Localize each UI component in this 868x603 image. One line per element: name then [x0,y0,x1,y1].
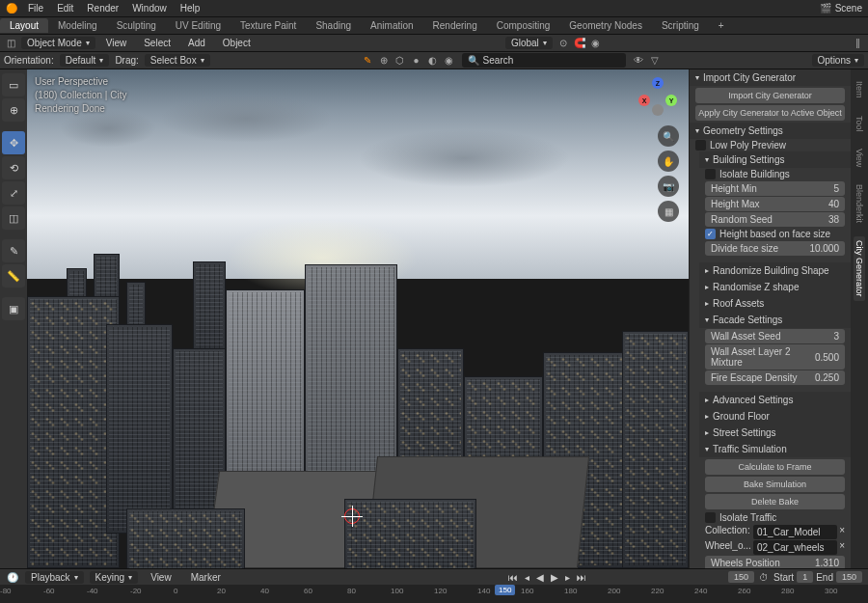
orientation-value-dropdown[interactable]: Default [60,54,110,67]
ground-floor-header[interactable]: Ground Floor [699,408,851,425]
gizmo-neg[interactable] [652,104,664,116]
timeline-editor-icon[interactable]: 🕐 [6,570,19,584]
zoom-icon[interactable]: 🔍 [658,125,679,147]
side-tab-city-generator[interactable]: City Generator [854,236,865,301]
advanced-header[interactable]: Advanced Settings [699,392,851,408]
tab-texture-paint[interactable]: Texture Paint [231,18,306,33]
isolate-traffic-checkbox[interactable] [705,512,716,523]
pause-icon[interactable]: ‖ [851,37,864,50]
timeline-view-menu[interactable]: View [144,570,178,585]
keying-dropdown[interactable]: Keying [90,571,139,584]
jump-end-icon[interactable]: ⏭ [574,572,589,583]
visibility-icon[interactable]: 👁 [632,54,645,68]
select-box-tool[interactable]: ▭ [2,73,25,96]
move-tool[interactable]: ✥ [2,131,25,154]
import-btn[interactable]: Import City Generator [695,88,845,103]
tab-shading[interactable]: Shading [306,18,361,33]
mode-dropdown[interactable]: Object Mode [21,37,95,49]
wall-mix-slider[interactable]: Wall Asset Layer 2 Mixture0.500 [705,344,845,370]
gizmo-y[interactable]: Y [665,95,677,106]
view-menu[interactable]: View [99,36,134,50]
overlay-icon[interactable]: ✎ [361,54,374,68]
keyframe-next-icon[interactable]: ▸ [562,572,573,583]
start-frame-input[interactable]: 1 [797,571,813,583]
tab-layout[interactable]: Layout [0,18,48,33]
editor-type-icon[interactable]: ◫ [4,37,17,50]
shading-material-icon[interactable]: ◐ [426,54,440,68]
transform-tool[interactable]: ◫ [2,206,25,230]
drag-dropdown[interactable]: Select Box [145,54,210,67]
pan-icon[interactable]: ✋ [658,151,679,172]
jump-start-icon[interactable]: ⏮ [505,572,521,583]
timeline-marker-menu[interactable]: Marker [184,570,228,585]
building-panel-header[interactable]: Building Settings [699,151,851,168]
fire-escape-slider[interactable]: Fire Escape Density0.250 [705,370,845,385]
cursor-tool[interactable]: ⊕ [2,98,25,122]
gizmo-x[interactable]: X [638,95,650,106]
rotate-tool[interactable]: ⟲ [2,156,25,179]
gizmo-toggle-icon[interactable]: ⊕ [377,54,391,68]
n-panel[interactable]: Import City Generator Import City Genera… [689,69,851,568]
wheel-field[interactable]: Wheel_o...02_Car_wheels× [705,540,845,555]
menu-render[interactable]: Render [80,1,125,15]
tab-compositing[interactable]: Compositing [487,18,560,33]
navigation-gizmo[interactable]: Z X Y [638,77,677,116]
height-min-slider[interactable]: Height Min5 [705,181,845,196]
wheels-pos-slider[interactable]: Wheels Position1.310 [705,556,845,568]
measure-tool[interactable]: 📏 [2,264,25,288]
scene-label[interactable]: Scene [835,3,862,14]
annotate-tool[interactable]: ✎ [2,239,25,262]
gizmo-z[interactable]: Z [652,77,664,89]
camera-icon[interactable]: 📷 [658,176,679,197]
menu-help[interactable]: Help [174,1,207,15]
menu-file[interactable]: File [21,1,50,15]
tab-add[interactable]: + [709,18,734,33]
height-max-slider[interactable]: Height Max40 [705,197,845,211]
randomise-z-header[interactable]: Randomise Z shape [699,279,851,295]
shading-wireframe-icon[interactable]: ⬡ [393,54,407,68]
3d-viewport[interactable]: User Perspective (180) Collection | City… [27,69,689,568]
tab-animation[interactable]: Animation [361,18,422,33]
randomize-shape-header[interactable]: Randomize Building Shape [699,262,851,279]
scale-tool[interactable]: ⤢ [2,181,25,205]
tab-rendering[interactable]: Rendering [423,18,487,33]
autokey-icon[interactable]: ⏱ [757,570,771,584]
low-poly-checkbox[interactable] [695,140,706,151]
options-dropdown[interactable]: Options [812,54,864,67]
keyframe-prev-icon[interactable]: ◂ [522,572,532,583]
play-icon[interactable]: ▶ [548,572,561,583]
orientation-dropdown[interactable]: Global [505,37,553,49]
object-menu[interactable]: Object [216,36,258,50]
wall-seed-slider[interactable]: Wall Asset Seed3 [705,329,845,343]
tab-geometry-nodes[interactable]: Geometry Nodes [559,18,652,33]
close-icon[interactable]: × [839,525,845,539]
magnet-icon[interactable]: 🧲 [573,37,586,50]
select-menu[interactable]: Select [137,36,177,50]
side-tab-item[interactable]: Item [854,77,865,102]
delete-bake-btn[interactable]: Delete Bake [705,494,845,509]
filter-icon[interactable]: ▽ [648,54,662,68]
play-reverse-icon[interactable]: ◀ [533,572,547,583]
apply-btn[interactable]: Apply City Generator to Active Object [695,105,845,121]
street-header[interactable]: Street Settings [699,425,851,441]
close-icon[interactable]: × [839,540,845,555]
timeline-cursor[interactable]: 150 [495,585,515,595]
random-seed-slider[interactable]: Random Seed38 [705,212,845,227]
shading-rendered-icon[interactable]: ◉ [443,54,456,68]
import-panel-header[interactable]: Import City Generator [690,69,851,86]
side-tab-tool[interactable]: Tool [854,112,865,136]
proportional-icon[interactable]: ◉ [589,37,603,50]
roof-assets-header[interactable]: Roof Assets [699,295,851,312]
current-frame-input[interactable]: 150 [728,571,754,583]
facade-header[interactable]: Facade Settings [699,312,851,328]
add-menu[interactable]: Add [181,36,212,50]
add-cube-tool[interactable]: ▣ [2,297,25,320]
geometry-panel-header[interactable]: Geometry Settings [690,123,851,139]
height-face-checkbox[interactable] [705,229,716,239]
traffic-header[interactable]: Traffic Simulation [699,441,851,457]
bake-sim-btn[interactable]: Bake Simulation [705,477,845,492]
side-tab-blenderkit[interactable]: Blenderkit [854,180,865,227]
playback-dropdown[interactable]: Playback [25,571,84,584]
tab-sculpting[interactable]: Sculpting [107,18,166,33]
tab-modeling[interactable]: Modeling [48,18,107,33]
